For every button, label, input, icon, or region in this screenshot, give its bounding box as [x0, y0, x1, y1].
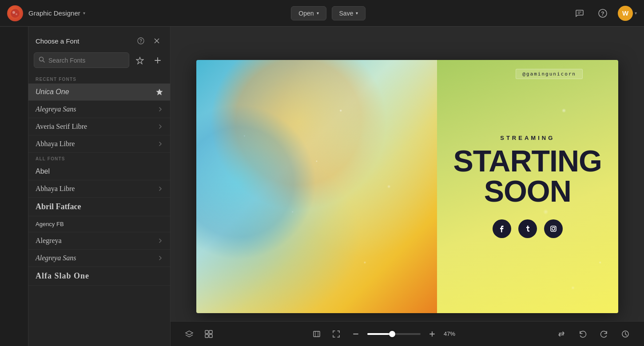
user-avatar: W — [618, 6, 633, 21]
user-avatar-wrapper[interactable]: W ▾ — [618, 6, 637, 21]
font-close-button[interactable] — [151, 35, 163, 47]
canvas-area: STREAMING STARTING SOON — [171, 27, 644, 346]
svg-point-18 — [552, 227, 555, 230]
font-item-agency-fb[interactable]: Agency FB — [28, 216, 170, 232]
chevron-right-icon — [158, 238, 163, 243]
starred-icon — [156, 88, 163, 95]
font-item-alegreya[interactable]: Alegreya — [28, 232, 170, 250]
chevron-right-icon — [158, 186, 163, 191]
font-panel-header: Choose a Font ? — [28, 27, 170, 52]
main-layout: Choose a Font ? — [0, 27, 644, 346]
gaming-handle: @gamingunicorn — [516, 69, 583, 79]
font-panel-header-icons: ? — [135, 35, 163, 47]
canvas-wrapper: STREAMING STARTING SOON — [196, 60, 618, 313]
open-chevron: ▾ — [317, 11, 319, 16]
font-name-abhaya-libre-r: Abhaya Libre — [36, 140, 158, 148]
open-button[interactable]: Open ▾ — [291, 6, 326, 20]
save-button[interactable]: Save ▾ — [332, 6, 366, 20]
zoom-slider-thumb — [389, 331, 395, 337]
canvas-content: STREAMING STARTING SOON — [196, 60, 618, 313]
svg-rect-22 — [205, 334, 208, 338]
font-item-alfa-slab-one[interactable]: Alfa Slab One — [28, 267, 170, 286]
open-label: Open — [298, 10, 314, 17]
search-box — [34, 52, 165, 68]
social-icons-row — [493, 219, 563, 238]
left-strip — [0, 27, 28, 346]
font-name-abhaya-libre: Abhaya Libre — [36, 185, 158, 193]
font-help-button[interactable]: ? — [135, 35, 147, 47]
app-title-text: Graphic Designer — [28, 9, 80, 17]
font-name-alegreya-sans-r: Alegreya Sans — [36, 105, 158, 113]
chevron-right-icon — [158, 107, 163, 112]
header: Graphic Designer ▾ Open ▾ Save ▾ ? W — [0, 0, 644, 27]
instagram-icon-circle[interactable] — [544, 219, 563, 238]
all-fonts-label: ALL FONTS — [28, 153, 170, 163]
starting-line2: SOON — [453, 176, 602, 206]
grid-button[interactable] — [201, 326, 217, 342]
font-item-averia-serif-libre[interactable]: Averia Serif Libre — [28, 118, 170, 135]
chevron-right-icon — [158, 124, 163, 129]
svg-text:?: ? — [139, 39, 142, 44]
bottom-toolbar: 47% — [171, 321, 644, 346]
zoom-slider[interactable] — [367, 333, 421, 335]
layers-button[interactable] — [181, 326, 197, 342]
add-font-button[interactable] — [151, 53, 165, 68]
svg-rect-23 — [209, 334, 212, 338]
zoom-in-button[interactable] — [424, 326, 440, 342]
starting-line1: STARTING — [453, 146, 602, 176]
svg-point-0 — [11, 9, 20, 18]
fit-page-button[interactable] — [309, 326, 325, 342]
app-logo[interactable] — [7, 5, 23, 21]
svg-rect-20 — [205, 330, 208, 334]
font-item-abhaya-libre-recent[interactable]: Abhaya Libre — [28, 135, 170, 153]
svg-rect-24 — [314, 331, 320, 337]
search-input[interactable] — [48, 57, 124, 64]
font-name-abel: Abel — [36, 167, 163, 175]
svg-rect-17 — [551, 226, 556, 231]
canvas-content-left — [196, 60, 437, 313]
app-title-chevron: ▾ — [83, 11, 85, 16]
bottom-right-tools — [553, 326, 633, 342]
font-item-alegreya-sans-recent[interactable]: Alegreya Sans — [28, 101, 170, 118]
favorites-filter-button[interactable] — [133, 53, 147, 68]
swap-button[interactable] — [553, 326, 569, 342]
font-item-unica-one[interactable]: Unica One — [28, 84, 170, 101]
font-name-abril-fatface: Abril Fatface — [36, 202, 163, 211]
font-item-alegreya-sans[interactable]: Alegreya Sans — [28, 250, 170, 267]
header-right: ? W ▾ — [572, 5, 637, 21]
undo-button[interactable] — [575, 326, 591, 342]
font-name-alfa-slab-one: Alfa Slab One — [36, 271, 163, 281]
svg-point-19 — [554, 227, 555, 228]
help-button[interactable]: ? — [595, 5, 611, 21]
font-panel: Choose a Font ? — [28, 27, 171, 346]
search-input-wrapper — [34, 52, 129, 68]
font-item-abril-fatface[interactable]: Abril Fatface — [28, 198, 170, 216]
font-list: RECENT FONTS Unica One Alegreya Sans Ave… — [28, 73, 170, 346]
save-chevron: ▾ — [356, 11, 358, 16]
streaming-label: STREAMING — [500, 135, 555, 141]
bottom-left-tools — [181, 326, 217, 342]
svg-rect-21 — [209, 330, 212, 334]
save-label: Save — [339, 10, 354, 17]
svg-line-12 — [43, 61, 45, 63]
chat-button[interactable] — [572, 5, 588, 21]
font-item-abhaya-libre[interactable]: Abhaya Libre — [28, 180, 170, 198]
font-panel-title: Choose a Font — [36, 37, 79, 45]
avatar-chevron: ▾ — [635, 11, 637, 16]
chevron-right-icon — [158, 255, 163, 261]
font-item-abel[interactable]: Abel — [28, 163, 170, 180]
canvas-content-right: STREAMING STARTING SOON — [437, 60, 619, 313]
history-button[interactable] — [617, 326, 633, 342]
svg-point-2 — [16, 13, 17, 15]
fullscreen-button[interactable] — [328, 326, 344, 342]
redo-button[interactable] — [596, 326, 612, 342]
app-title[interactable]: Graphic Designer ▾ — [28, 9, 85, 17]
svg-marker-16 — [156, 89, 163, 95]
font-name-alegreya: Alegreya — [36, 237, 158, 245]
tumblr-icon-circle[interactable] — [518, 219, 537, 238]
chevron-right-icon — [158, 141, 163, 147]
svg-point-1 — [12, 11, 15, 14]
facebook-icon-circle[interactable] — [493, 219, 511, 238]
starting-text: STARTING SOON — [453, 146, 602, 206]
zoom-out-button[interactable] — [348, 326, 364, 342]
